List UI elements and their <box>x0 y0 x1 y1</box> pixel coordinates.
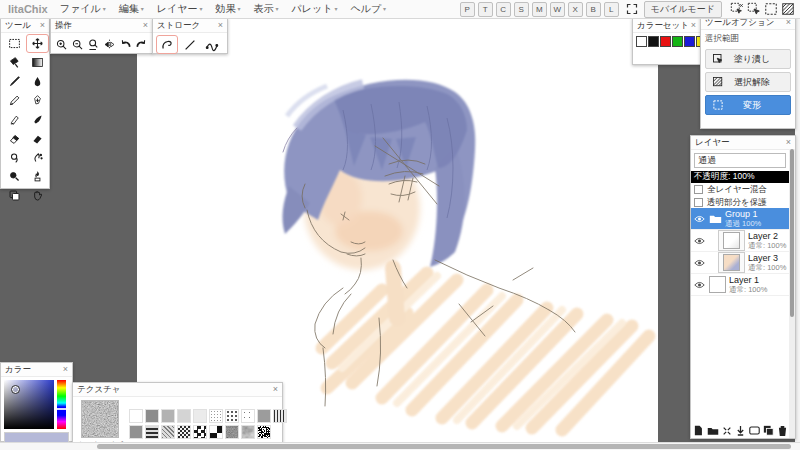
layer-scrollbar[interactable] <box>789 149 795 438</box>
layer-row-layer1[interactable]: Layer 1 通常: 100% <box>691 274 789 296</box>
deselect-cursor-icon[interactable] <box>730 2 744 16</box>
shortcut-m[interactable]: M <box>532 2 547 17</box>
close-icon[interactable]: × <box>218 21 223 30</box>
merge-icon[interactable] <box>722 426 732 436</box>
polyline-stroke-icon[interactable] <box>201 35 223 54</box>
close-icon[interactable]: × <box>273 385 278 394</box>
shortcut-w[interactable]: W <box>550 2 565 17</box>
menu-palette[interactable]: パレット <box>291 2 337 16</box>
blend-mode-select[interactable]: 通過 <box>694 153 786 168</box>
texture-swatch-gray-dark[interactable] <box>145 409 159 423</box>
dot-brush-tool-icon[interactable] <box>3 167 26 186</box>
menu-layer[interactable]: レイヤー <box>157 2 203 16</box>
texture-swatch-gray[interactable] <box>161 409 175 423</box>
new-layer-icon[interactable] <box>693 425 703 436</box>
checkbox[interactable] <box>694 185 703 194</box>
texture-swatch-checker-fine[interactable] <box>177 425 191 439</box>
horizontal-scrollbar[interactable] <box>0 442 800 450</box>
undo-icon[interactable] <box>118 35 133 54</box>
fill-selection-button[interactable]: 塗り潰し <box>705 49 791 69</box>
close-icon[interactable]: × <box>40 21 45 30</box>
horizontal-scrollbar-thumb[interactable] <box>97 444 791 449</box>
saturation-value-picker[interactable] <box>4 380 54 429</box>
duplicate-layer-icon[interactable] <box>763 425 774 436</box>
smudge-tool-icon[interactable] <box>3 148 26 167</box>
texture-swatch-stripes-vertical[interactable] <box>273 409 287 423</box>
texture-swatch-noise-dark[interactable] <box>225 425 239 439</box>
finger-paint-tool-icon[interactable] <box>26 148 49 167</box>
layer-row-layer2[interactable]: Layer 2 通常: 100% <box>691 230 789 252</box>
lighter-tool-icon[interactable] <box>26 167 49 186</box>
texture-customize-swatch[interactable] <box>81 400 119 438</box>
move-tool-icon[interactable] <box>26 34 49 53</box>
menu-edit[interactable]: 編集 <box>119 2 144 16</box>
zoom-in-icon[interactable] <box>54 35 69 54</box>
texture-swatch-white[interactable] <box>129 409 143 423</box>
deselect-button[interactable]: 選択解除 <box>705 72 791 92</box>
select-rect-icon[interactable] <box>764 2 778 16</box>
menu-file[interactable]: ファイル <box>60 2 106 16</box>
texture-swatch-gray-light[interactable] <box>177 409 191 423</box>
eyedropper-tool-icon[interactable] <box>3 72 26 91</box>
delete-icon[interactable] <box>778 425 787 436</box>
new-folder-icon[interactable] <box>707 426 719 436</box>
hue-slider[interactable] <box>57 380 66 429</box>
checkbox[interactable] <box>694 198 703 207</box>
duplicate-tool-icon[interactable] <box>3 186 26 205</box>
texture-swatch-speckle[interactable] <box>257 425 271 439</box>
texture-swatch-gray-lighter[interactable] <box>193 409 207 423</box>
transform-button[interactable]: 変形 <box>705 95 791 115</box>
shortcut-l[interactable]: L <box>604 2 619 17</box>
zoom-out-icon[interactable] <box>70 35 85 54</box>
colorset-swatch[interactable] <box>672 36 683 47</box>
eraser-tool-icon[interactable] <box>3 129 26 148</box>
texture-swatch-noise-marble[interactable] <box>241 425 255 439</box>
shortcut-t[interactable]: T <box>478 2 493 17</box>
texture-swatch-dots-sparse[interactable] <box>241 409 255 423</box>
line-stroke-icon[interactable] <box>179 35 201 54</box>
fill-roller-tool-icon[interactable] <box>3 53 26 72</box>
brush-pen-tool-icon[interactable] <box>26 110 49 129</box>
texture-swatch-dots-fine[interactable] <box>209 409 223 423</box>
texture-swatch-dots[interactable] <box>225 409 239 423</box>
select-invert-icon[interactable] <box>781 2 795 16</box>
fullscreen-icon[interactable] <box>625 2 639 16</box>
texture-swatch-diagonal[interactable] <box>161 425 175 439</box>
water-drop-tool-icon[interactable] <box>26 72 49 91</box>
colorset-swatch[interactable] <box>684 36 695 47</box>
shortcut-c[interactable]: C <box>496 2 511 17</box>
mix-all-layers-option[interactable]: 全レイヤー混合 <box>691 183 789 196</box>
visibility-eye-icon[interactable] <box>693 215 706 223</box>
texture-swatch-gray-mid2[interactable] <box>129 425 143 439</box>
shortcut-x[interactable]: X <box>568 2 583 17</box>
visibility-eye-icon[interactable] <box>693 237 706 245</box>
flip-horizontal-icon[interactable] <box>102 35 117 54</box>
drawing-canvas[interactable] <box>137 18 658 443</box>
layer-scrollbar-thumb[interactable] <box>790 149 794 317</box>
pencil-tool-icon[interactable] <box>3 91 26 110</box>
redo-icon[interactable] <box>134 35 149 54</box>
curve-stroke-icon[interactable] <box>156 35 178 54</box>
sv-cursor[interactable] <box>11 385 20 394</box>
menu-view[interactable]: 表示 <box>253 2 278 16</box>
layer-row-layer3[interactable]: Layer 3 通常: 100% <box>691 252 789 274</box>
texture-swatch-checker[interactable] <box>193 425 207 439</box>
mobile-mode-button[interactable]: モバイルモード <box>644 1 722 18</box>
select-tool-icon[interactable] <box>3 34 26 53</box>
texture-swatch-gray-mid[interactable] <box>257 409 271 423</box>
crayon-tool-icon[interactable] <box>3 110 26 129</box>
opacity-bar[interactable]: 不透明度: 100% <box>691 171 789 183</box>
gradient-tool-icon[interactable] <box>26 53 49 72</box>
menu-help[interactable]: ヘルプ <box>350 2 386 16</box>
colorset-swatch[interactable] <box>660 36 671 47</box>
texture-swatch-stripes-horizontal[interactable] <box>145 425 159 439</box>
visibility-eye-icon[interactable] <box>693 259 706 267</box>
select-cursor-icon[interactable] <box>747 2 761 16</box>
zoom-reset-icon[interactable] <box>86 35 101 54</box>
shortcut-s[interactable]: S <box>514 2 529 17</box>
close-icon[interactable]: × <box>786 138 791 147</box>
close-icon[interactable]: × <box>786 18 791 27</box>
close-icon[interactable]: × <box>63 365 68 374</box>
close-icon[interactable]: × <box>691 21 696 30</box>
eraser-hard-tool-icon[interactable] <box>26 129 49 148</box>
